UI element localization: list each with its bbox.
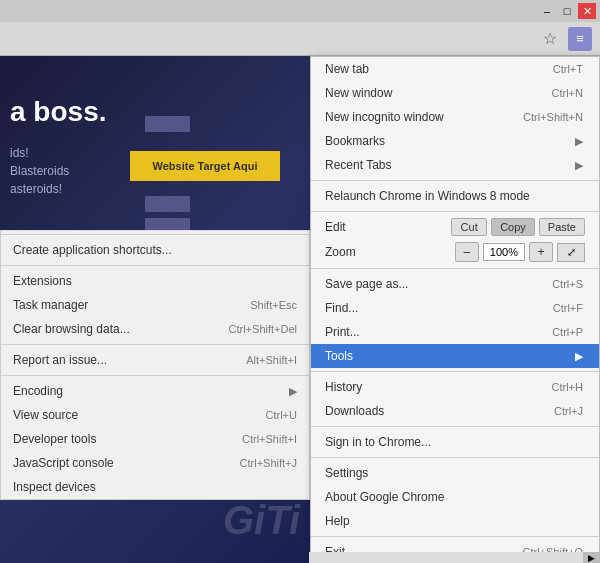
submenu-item-encoding[interactable]: Encoding ▶ xyxy=(1,379,309,403)
menu-item-bookmarks[interactable]: Bookmarks ▶ xyxy=(311,129,599,153)
submenu-separator xyxy=(1,234,309,235)
zoom-in-button[interactable]: + xyxy=(529,242,553,262)
page-text-blasteroids: Blasteroids xyxy=(10,164,69,178)
submenu-item-create-shortcuts[interactable]: Create application shortcuts... xyxy=(1,238,309,262)
minimize-button[interactable]: – xyxy=(538,3,556,19)
menu-item-save-page[interactable]: Save page as... Ctrl+S xyxy=(311,272,599,296)
page-block-2 xyxy=(145,196,190,212)
page-text-asteroids: asteroids! xyxy=(10,182,62,196)
menu-item-print[interactable]: Print... Ctrl+P xyxy=(311,320,599,344)
menu-item-new-incognito[interactable]: New incognito window Ctrl+Shift+N xyxy=(311,105,599,129)
submenu-item-inspect-devices[interactable]: Inspect devices xyxy=(1,475,309,499)
menu-item-settings[interactable]: Settings xyxy=(311,461,599,485)
submenu-item-extensions[interactable]: Extensions xyxy=(1,269,309,293)
menu-item-new-window[interactable]: New window Ctrl+N xyxy=(311,81,599,105)
menu-item-relaunch[interactable]: Relaunch Chrome in Windows 8 mode xyxy=(311,184,599,208)
submenu-separator-4 xyxy=(1,375,309,376)
submenu-item-view-source[interactable]: View source Ctrl+U xyxy=(1,403,309,427)
page-block-1 xyxy=(145,116,190,132)
menu-separator-6 xyxy=(311,457,599,458)
edit-label: Edit xyxy=(325,220,447,234)
menu-separator-2 xyxy=(311,211,599,212)
submenu-item-clear-browsing[interactable]: Clear browsing data... Ctrl+Shift+Del xyxy=(1,317,309,341)
bookmark-star-icon[interactable]: ☆ xyxy=(538,27,562,51)
cut-button[interactable]: Cut xyxy=(451,218,487,236)
menu-separator-5 xyxy=(311,426,599,427)
browser-toolbar: ☆ ≡ xyxy=(0,22,600,56)
menu-item-new-tab[interactable]: New tab Ctrl+T xyxy=(311,57,599,81)
edit-row: Edit Cut Copy Paste xyxy=(311,215,599,239)
tools-submenu: Create application shortcuts... Extensio… xyxy=(0,230,310,500)
paste-button[interactable]: Paste xyxy=(539,218,585,236)
zoom-row: Zoom – 100% + ⤢ xyxy=(311,239,599,265)
submenu-item-task-manager[interactable]: Task manager Shift+Esc xyxy=(1,293,309,317)
zoom-out-button[interactable]: – xyxy=(455,242,479,262)
menu-item-find[interactable]: Find... Ctrl+F xyxy=(311,296,599,320)
copy-button[interactable]: Copy xyxy=(491,218,535,236)
menu-separator-3 xyxy=(311,268,599,269)
submenu-separator-2 xyxy=(1,265,309,266)
menu-scrollbar[interactable]: ▶ xyxy=(309,552,599,563)
page-text-ids: ids! xyxy=(10,146,29,160)
menu-item-about[interactable]: About Google Chrome xyxy=(311,485,599,509)
menu-separator-1 xyxy=(311,180,599,181)
menu-item-signin[interactable]: Sign in to Chrome... xyxy=(311,430,599,454)
menu-item-recent-tabs[interactable]: Recent Tabs ▶ xyxy=(311,153,599,177)
submenu-item-report-issue[interactable]: Report an issue... Alt+Shift+I xyxy=(1,348,309,372)
menu-separator-4 xyxy=(311,371,599,372)
zoom-fullscreen-button[interactable]: ⤢ xyxy=(557,243,585,262)
submenu-separator-3 xyxy=(1,344,309,345)
menu-item-history[interactable]: History Ctrl+H xyxy=(311,375,599,399)
menu-item-help[interactable]: Help xyxy=(311,509,599,533)
browser-menu-button[interactable]: ≡ xyxy=(568,27,592,51)
menu-item-tools[interactable]: Tools ▶ xyxy=(311,344,599,368)
menu-item-downloads[interactable]: Downloads Ctrl+J xyxy=(311,399,599,423)
watermark: GiTi xyxy=(223,498,300,543)
menu-separator-7 xyxy=(311,536,599,537)
zoom-value-display: 100% xyxy=(483,243,525,261)
submenu-item-js-console[interactable]: JavaScript console Ctrl+Shift+J xyxy=(1,451,309,475)
close-button[interactable]: ✕ xyxy=(578,3,596,19)
scroll-arrow-right[interactable]: ▶ xyxy=(583,552,599,563)
page-cta-button[interactable]: Website Target Aqui xyxy=(130,151,280,181)
maximize-button[interactable]: □ xyxy=(558,3,576,19)
page-text-boss: a boss. xyxy=(10,96,106,128)
title-bar: – □ ✕ xyxy=(0,0,600,22)
submenu-item-developer-tools[interactable]: Developer tools Ctrl+Shift+I xyxy=(1,427,309,451)
main-dropdown-menu: New tab Ctrl+T New window Ctrl+N New inc… xyxy=(310,56,600,563)
zoom-label: Zoom xyxy=(325,245,451,259)
